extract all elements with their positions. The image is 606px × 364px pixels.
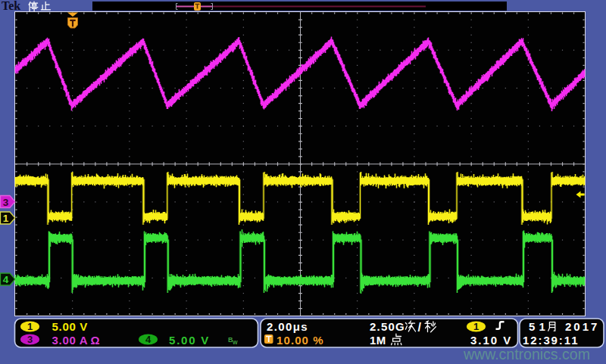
svg-text:4: 4 bbox=[145, 334, 152, 345]
svg-text:12:39:11: 12:39:11 bbox=[523, 334, 579, 347]
svg-text:5: 5 bbox=[529, 320, 535, 333]
svg-text:Ω: Ω bbox=[91, 334, 100, 347]
svg-text:3: 3 bbox=[27, 334, 33, 345]
svg-text:2.50G: 2.50G bbox=[370, 320, 405, 333]
svg-text:3: 3 bbox=[3, 197, 9, 208]
svg-text:2017: 2017 bbox=[565, 320, 599, 333]
svg-text:4: 4 bbox=[3, 274, 9, 285]
svg-text:5.00 V: 5.00 V bbox=[169, 334, 210, 347]
svg-text:/: / bbox=[418, 321, 422, 334]
svg-text:www.cntronics.com: www.cntronics.com bbox=[463, 346, 590, 362]
svg-text:3.00 A: 3.00 A bbox=[52, 334, 89, 347]
svg-text:1M: 1M bbox=[370, 334, 386, 347]
svg-text:1: 1 bbox=[473, 321, 479, 332]
svg-text:1: 1 bbox=[3, 213, 9, 224]
svg-text:5.00 V: 5.00 V bbox=[52, 320, 89, 333]
svg-text:Tek: Tek bbox=[2, 0, 20, 12]
svg-text:3.10 V: 3.10 V bbox=[470, 334, 512, 347]
svg-text:1: 1 bbox=[539, 320, 545, 333]
svg-text:1: 1 bbox=[27, 321, 33, 332]
svg-text:W: W bbox=[233, 340, 238, 345]
svg-text:10.00 %: 10.00 % bbox=[276, 334, 324, 347]
svg-text:2.00μs: 2.00μs bbox=[267, 320, 308, 333]
